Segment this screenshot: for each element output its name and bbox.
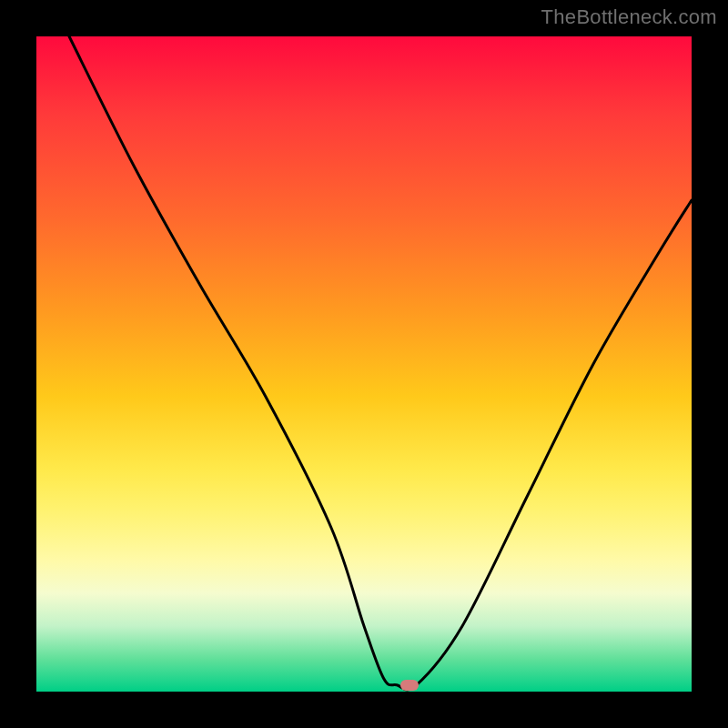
- plot-area: [36, 36, 692, 692]
- bottleneck-curve: [36, 36, 692, 692]
- chart-stage: TheBottleneck.com: [0, 0, 728, 728]
- optimal-point-marker: [400, 680, 419, 691]
- watermark-text: TheBottleneck.com: [541, 5, 717, 29]
